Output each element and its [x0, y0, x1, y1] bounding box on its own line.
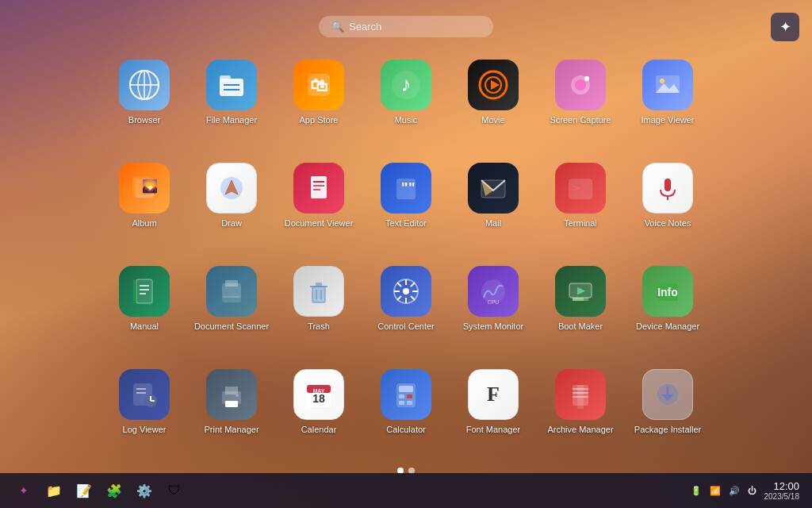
app-item-movie[interactable]: Movie — [450, 53, 537, 148]
svg-marker-14 — [491, 80, 500, 90]
taskbar-files-icon[interactable]: 📁 — [43, 479, 65, 502]
app-label-movie: Movie — [481, 115, 504, 125]
app-item-browser[interactable]: Browser — [101, 53, 188, 148]
app-icon-bootmaker: ▶ — [555, 266, 606, 317]
svg-rect-89 — [407, 401, 412, 405]
app-item-fontmanager[interactable]: FFont Manager — [450, 363, 537, 458]
app-icon-logviewer — [119, 369, 170, 420]
taskbar-shield-icon[interactable]: 🛡 — [163, 479, 186, 502]
app-item-devicemanager[interactable]: InfoDevice Manager — [624, 260, 711, 355]
app-label-devicemanager: Device Manager — [636, 321, 699, 331]
app-item-music[interactable]: ♪Music — [362, 53, 450, 148]
svg-text:Info: Info — [657, 286, 678, 298]
app-item-calculator[interactable]: Calculator — [362, 363, 450, 458]
svg-rect-25 — [311, 176, 327, 198]
app-item-docscanner[interactable]: Document Scanner — [188, 260, 275, 355]
taskbar-left: ✦ 📁 📝 🧩 ⚙️ 🛡 — [13, 479, 681, 502]
app-label-terminal: Terminal — [564, 218, 597, 228]
svg-rect-43 — [133, 279, 136, 303]
app-label-album: Album — [132, 218, 156, 228]
app-item-mail[interactable]: Mail — [450, 156, 537, 252]
app-item-voicenotes[interactable]: Voice Notes — [624, 156, 711, 252]
search-bar[interactable]: 🔍 — [319, 16, 493, 37]
app-icon-screencapture — [555, 60, 606, 110]
svg-text:CPU: CPU — [488, 299, 500, 305]
taskbar-settings-icon[interactable]: ⚙️ — [133, 479, 155, 502]
taskbar-battery-icon: 🔋 — [691, 486, 702, 496]
app-item-terminal[interactable]: >_Terminal — [537, 156, 624, 252]
app-item-logviewer[interactable]: Log Viewer — [101, 363, 188, 458]
svg-rect-87 — [407, 394, 412, 398]
svg-rect-47 — [312, 287, 325, 302]
svg-text:🌄: 🌄 — [142, 179, 158, 194]
svg-point-16 — [575, 79, 586, 90]
taskbar-sound-icon: 🔊 — [729, 486, 740, 496]
app-label-texteditor: Text Editor — [385, 218, 427, 228]
app-label-screencapture: Screen Capture — [550, 115, 611, 125]
search-input[interactable] — [349, 21, 476, 33]
app-item-screencapture[interactable]: Screen Capture — [537, 53, 624, 148]
taskbar-apps-icon[interactable]: 🧩 — [103, 479, 125, 502]
taskbar-launcher-icon[interactable]: ✦ — [13, 479, 35, 502]
app-item-trash[interactable]: Trash — [275, 260, 362, 355]
app-label-filemanager: File Manager — [206, 115, 257, 125]
taskbar-right: 🔋 📶 🔊 ⏻ 12:00 2023/5/18 — [691, 480, 800, 501]
app-label-imageviewer: Image Viewer — [641, 115, 694, 125]
svg-point-53 — [403, 288, 409, 294]
app-icon-printmanager — [206, 369, 257, 420]
app-label-trash: Trash — [308, 321, 330, 331]
app-item-bootmaker[interactable]: ▶Boot Maker — [537, 260, 624, 355]
app-item-filemanager[interactable]: File Manager — [188, 53, 275, 148]
app-item-appstore[interactable]: 🛍App Store — [275, 53, 362, 148]
app-item-calendar[interactable]: MAY18Calendar — [275, 363, 362, 458]
svg-rect-88 — [399, 401, 404, 405]
app-icon-devicemanager: Info — [642, 266, 693, 317]
app-item-sysmonitor[interactable]: CPUSystem Monitor — [450, 260, 537, 355]
svg-rect-49 — [316, 283, 322, 287]
app-item-manual[interactable]: Manual — [101, 260, 188, 355]
app-item-texteditor[interactable]: ""Text Editor — [362, 156, 450, 252]
app-label-voicenotes: Voice Notes — [645, 218, 691, 228]
app-label-draw: Draw — [221, 218, 242, 228]
svg-rect-77 — [225, 387, 238, 394]
app-item-controlcenter[interactable]: Control Center — [362, 260, 450, 355]
app-label-mail: Mail — [485, 218, 501, 228]
svg-line-58 — [397, 283, 401, 287]
app-item-printmanager[interactable]: Print Manager — [188, 363, 275, 458]
app-icon-movie — [468, 60, 519, 110]
app-item-draw[interactable]: Draw — [188, 156, 275, 252]
app-icon-docviewer — [293, 163, 344, 214]
app-icon-appstore: 🛍 — [293, 60, 344, 110]
app-icon-calendar: MAY18 — [293, 369, 344, 420]
app-label-sysmonitor: System Monitor — [463, 321, 523, 331]
svg-rect-45 — [225, 280, 238, 287]
app-label-calendar: Calendar — [301, 425, 337, 434]
app-icon-mail — [468, 163, 519, 214]
app-label-bootmaker: Boot Maker — [558, 321, 603, 331]
app-item-archivemanager[interactable]: Archive Manager — [537, 363, 624, 458]
app-label-calculator: Calculator — [386, 425, 426, 434]
svg-rect-5 — [220, 75, 231, 82]
launcher-button[interactable]: ✦ — [771, 13, 799, 41]
svg-rect-78 — [225, 401, 238, 407]
app-icon-archivemanager — [555, 369, 606, 420]
app-icon-docscanner — [206, 266, 257, 317]
app-label-manual: Manual — [130, 321, 159, 331]
app-label-docscanner: Document Scanner — [194, 321, 269, 331]
svg-text:F: F — [487, 383, 500, 406]
taskbar-power-icon[interactable]: ⏻ — [748, 486, 756, 495]
svg-point-17 — [584, 76, 589, 81]
app-item-album[interactable]: 🌄Album — [101, 156, 188, 252]
svg-text:": " — [408, 180, 416, 196]
app-icon-texteditor: "" — [381, 163, 431, 214]
app-label-docviewer: Document Viewer — [285, 218, 354, 228]
app-item-imageviewer[interactable]: Image Viewer — [624, 53, 711, 148]
app-item-packageinstaller[interactable]: Package Installer — [624, 363, 711, 458]
app-icon-draw — [206, 163, 257, 214]
app-item-docviewer[interactable]: Document Viewer — [275, 156, 362, 252]
app-label-printmanager: Print Manager — [204, 425, 259, 434]
search-icon: 🔍 — [331, 21, 344, 33]
app-label-appstore: App Store — [300, 115, 339, 125]
taskbar-notes-icon[interactable]: 📝 — [73, 479, 95, 502]
svg-rect-85 — [399, 386, 413, 392]
